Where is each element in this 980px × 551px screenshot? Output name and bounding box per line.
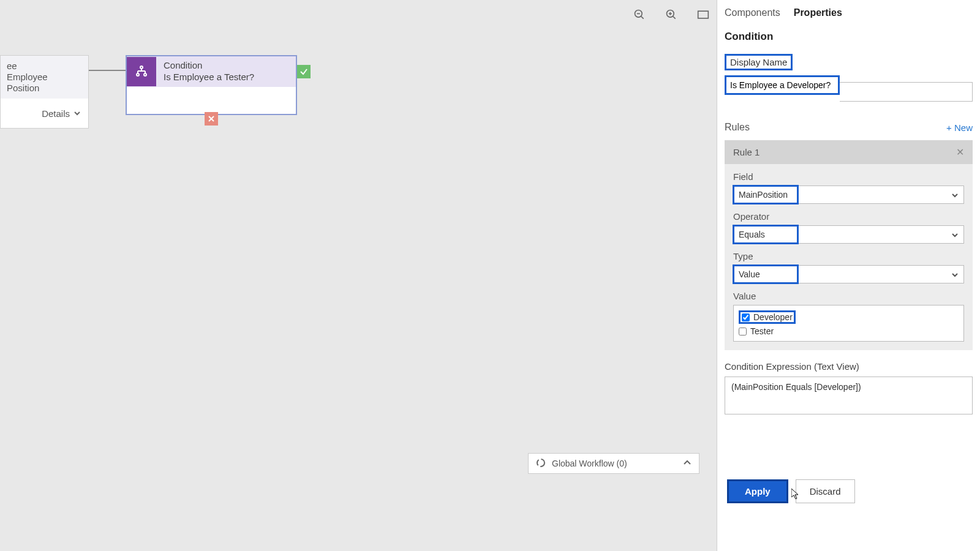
display-name-highlight [725, 75, 840, 95]
svg-point-8 [140, 66, 143, 69]
rule-title: Rule 1 [733, 147, 760, 157]
value-option-tester[interactable]: Tester [739, 326, 959, 336]
svg-marker-18 [791, 489, 798, 499]
value-option-developer[interactable]: Developer [739, 310, 796, 324]
operator-select[interactable]: Equals [733, 225, 964, 244]
panel-tabs: Components Properties [725, 6, 973, 20]
close-rule-icon[interactable]: ✕ [956, 146, 964, 158]
node-line1: ee [7, 61, 82, 72]
node-line2: Employee Position [7, 72, 82, 94]
true-branch-icon[interactable] [297, 65, 311, 78]
workflow-canvas[interactable]: ee Employee Position Details Condition [0, 0, 717, 551]
type-value: Value [739, 269, 760, 279]
display-name-label: Display Name [725, 54, 793, 70]
section-title: Condition [725, 31, 973, 43]
chevron-up-icon[interactable] [683, 459, 692, 469]
field-value: MainPosition [739, 190, 788, 200]
condition-icon [127, 57, 156, 86]
chevron-down-icon [951, 191, 959, 201]
node-condition[interactable]: Condition Is Employee a Tester? [126, 55, 297, 115]
mouse-cursor-icon [791, 489, 800, 500]
global-workflow-bar[interactable]: Global Workflow (0) [528, 453, 699, 474]
connector-line [89, 70, 126, 71]
value-options: Developer Tester [733, 305, 964, 342]
tab-properties[interactable]: Properties [794, 6, 842, 20]
svg-point-14 [144, 73, 146, 76]
option-label: Tester [750, 326, 774, 336]
expression-value: (MainPosition Equals [Developer]) [731, 382, 861, 392]
node-type-label: Condition [164, 60, 254, 72]
rule-card: Rule 1 ✕ Field MainPosition Operator Equ… [725, 140, 973, 350]
discard-button[interactable]: Discard [796, 479, 855, 503]
svg-point-17 [537, 459, 545, 467]
checkbox-tester[interactable] [739, 328, 747, 335]
new-rule-button[interactable]: + New [946, 122, 973, 133]
spinner-icon [536, 458, 546, 470]
rules-label: Rules [725, 122, 750, 133]
checkbox-developer[interactable] [742, 313, 750, 321]
node-employee-position[interactable]: ee Employee Position Details [0, 55, 89, 129]
field-label: Field [733, 171, 964, 182]
condition-body [127, 87, 296, 114]
type-select[interactable]: Value [733, 265, 964, 283]
chevron-down-icon [951, 231, 959, 241]
value-label: Value [733, 291, 964, 301]
node-header: ee Employee Position [1, 56, 88, 99]
chevron-down-icon [951, 271, 959, 280]
type-label: Type [733, 251, 964, 261]
global-workflow-label: Global Workflow (0) [552, 459, 683, 468]
node-title: Is Employee a Tester? [164, 72, 254, 83]
field-select[interactable]: MainPosition [733, 186, 964, 204]
tab-components[interactable]: Components [725, 6, 780, 20]
details-label[interactable]: Details [42, 108, 70, 119]
expression-box: (MainPosition Equals [Developer]) [725, 377, 973, 414]
operator-value: Equals [739, 230, 765, 239]
display-name-input[interactable] [726, 77, 838, 93]
chevron-down-icon[interactable] [74, 108, 81, 119]
svg-point-12 [137, 73, 139, 76]
node-body: Details [1, 99, 88, 128]
expression-label: Condition Expression (Text View) [725, 361, 973, 372]
false-branch-icon[interactable] [205, 112, 218, 126]
operator-label: Operator [733, 211, 964, 222]
option-label: Developer [753, 312, 793, 322]
properties-panel: Components Properties Condition Display … [717, 0, 980, 551]
apply-button[interactable]: Apply [727, 479, 788, 503]
